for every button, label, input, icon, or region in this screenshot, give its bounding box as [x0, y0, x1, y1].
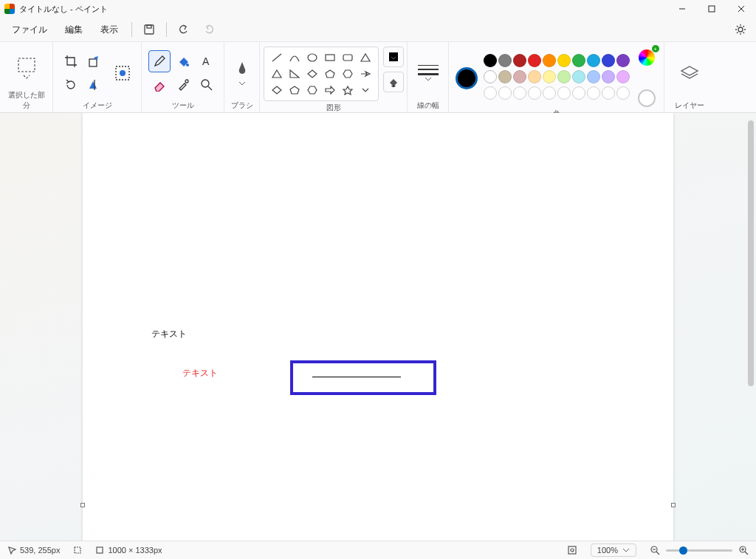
- swatch[interactable]: [557, 70, 571, 83]
- magnifier-tool[interactable]: [196, 74, 218, 96]
- svg-marker-26: [343, 70, 352, 78]
- zoom-out-button[interactable]: [650, 545, 660, 555]
- menu-edit[interactable]: 編集: [58, 21, 90, 39]
- swatch-empty[interactable]: [557, 86, 571, 100]
- eraser-tool[interactable]: [148, 74, 171, 96]
- minimize-button[interactable]: [667, 0, 697, 18]
- menu-view[interactable]: 表示: [93, 21, 126, 39]
- fit-to-window[interactable]: [567, 545, 577, 555]
- svg-point-6: [738, 27, 743, 32]
- swatch[interactable]: [484, 70, 497, 83]
- settings-button[interactable]: [729, 19, 752, 40]
- shape-rect[interactable]: [322, 50, 338, 65]
- layers-button[interactable]: [680, 47, 699, 99]
- crop-button[interactable]: [60, 50, 82, 72]
- resize-button[interactable]: [83, 50, 106, 72]
- swatch[interactable]: [587, 54, 600, 67]
- shapes-label: 図形: [326, 101, 341, 113]
- remove-background-button[interactable]: [110, 61, 135, 86]
- swatch[interactable]: [543, 54, 556, 67]
- zoom-slider-thumb[interactable]: [679, 546, 687, 555]
- shape-star[interactable]: [340, 83, 356, 97]
- menubar: ファイル 編集 表示: [0, 18, 756, 41]
- primary-color[interactable]: [456, 67, 478, 89]
- redo-button[interactable]: [198, 19, 220, 40]
- shape-roundrect[interactable]: [340, 50, 356, 65]
- swatch-empty[interactable]: [572, 86, 585, 100]
- swatch[interactable]: [557, 54, 571, 67]
- stroke-width-button[interactable]: [418, 47, 439, 99]
- swatch[interactable]: [528, 70, 541, 83]
- swatch[interactable]: [513, 54, 526, 67]
- vertical-scrollbar[interactable]: [748, 120, 754, 386]
- shape-arrow-r[interactable]: [322, 83, 338, 97]
- maximize-button[interactable]: [697, 0, 726, 18]
- swatch[interactable]: [528, 54, 541, 67]
- swatch-empty[interactable]: [528, 86, 541, 100]
- rotate-button[interactable]: [60, 74, 82, 96]
- flip-button[interactable]: [83, 74, 106, 96]
- canvas[interactable]: [83, 113, 673, 541]
- brush-tool[interactable]: [235, 47, 250, 99]
- svg-marker-28: [290, 86, 299, 94]
- swatch[interactable]: [616, 54, 630, 67]
- workspace[interactable]: テキスト テキスト: [0, 113, 756, 541]
- shape-pentagon2[interactable]: [286, 83, 303, 97]
- shape-diamond[interactable]: [304, 66, 320, 81]
- swatch[interactable]: [543, 70, 556, 83]
- close-button[interactable]: [726, 0, 756, 18]
- swatch[interactable]: [587, 70, 600, 83]
- color-palette-custom: [484, 86, 630, 100]
- swatch[interactable]: [498, 54, 512, 67]
- shape-diamond2[interactable]: [269, 83, 285, 97]
- shape-polygon[interactable]: [357, 50, 374, 65]
- swatch-empty[interactable]: [587, 86, 600, 100]
- swatch[interactable]: [572, 54, 585, 67]
- shape-right-triangle[interactable]: [286, 66, 303, 81]
- shape-curve[interactable]: [286, 50, 303, 65]
- secondary-color[interactable]: [638, 89, 656, 107]
- selection-tool[interactable]: [12, 52, 41, 84]
- fill-tool[interactable]: [172, 50, 194, 72]
- swatch[interactable]: [572, 70, 585, 83]
- swatch-empty[interactable]: [543, 86, 556, 100]
- zoom-in-button[interactable]: [738, 545, 749, 555]
- swatch[interactable]: [616, 70, 630, 83]
- undo-button[interactable]: [173, 19, 195, 40]
- menu-file[interactable]: ファイル: [4, 21, 55, 39]
- shape-line[interactable]: [269, 50, 285, 65]
- shape-oval[interactable]: [304, 50, 320, 65]
- shape-outline-button[interactable]: [383, 47, 404, 67]
- text-tool[interactable]: A: [196, 50, 218, 72]
- shape-arrow[interactable]: [357, 66, 374, 81]
- swatch[interactable]: [484, 54, 497, 67]
- swatch-empty[interactable]: [484, 86, 497, 100]
- shape-hexagon2[interactable]: [304, 83, 320, 97]
- shape-fill-button[interactable]: [383, 72, 404, 92]
- save-button[interactable]: [138, 19, 160, 40]
- zoom-select[interactable]: 100%: [591, 543, 636, 557]
- shapes-gallery[interactable]: [264, 47, 379, 101]
- zoom-slider[interactable]: [666, 549, 732, 552]
- swatch-empty[interactable]: [498, 86, 512, 100]
- canvas-handle-left[interactable]: [80, 503, 85, 507]
- shape-hexagon[interactable]: [340, 66, 356, 81]
- drawn-line: [312, 377, 401, 377]
- swatch-empty[interactable]: [513, 86, 526, 100]
- swatch[interactable]: [498, 70, 512, 83]
- swatch[interactable]: [602, 54, 615, 67]
- swatch-empty[interactable]: [616, 86, 630, 100]
- shape-pentagon[interactable]: [322, 66, 338, 81]
- swatch-empty[interactable]: [602, 86, 615, 100]
- shapes-more[interactable]: [357, 83, 374, 97]
- selection-label: 選択した部分: [6, 89, 47, 111]
- canvas-handle-right[interactable]: [671, 503, 676, 507]
- edit-colors-button[interactable]: [636, 47, 658, 69]
- zoom-value: 100%: [597, 546, 618, 555]
- eyedropper-tool[interactable]: [172, 74, 194, 96]
- swatch[interactable]: [513, 70, 526, 83]
- drawn-rectangle: [290, 360, 436, 395]
- swatch[interactable]: [602, 70, 615, 83]
- shape-triangle[interactable]: [269, 66, 285, 81]
- pencil-tool[interactable]: [148, 50, 171, 72]
